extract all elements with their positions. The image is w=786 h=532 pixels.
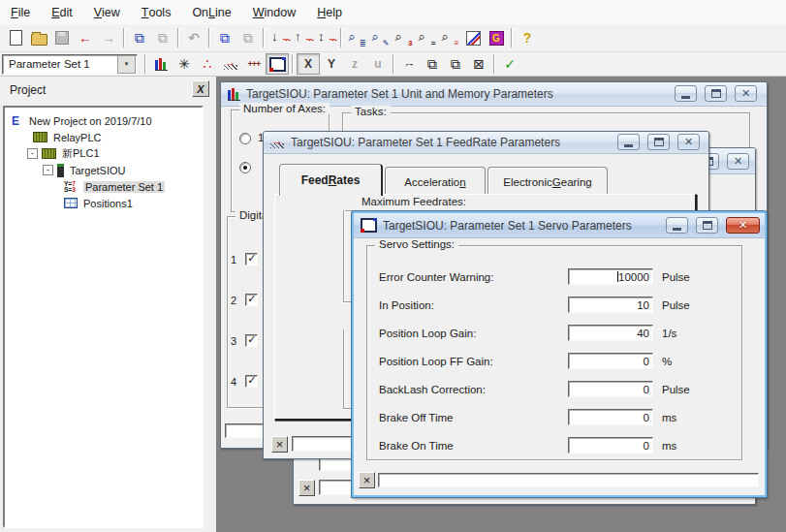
restore-button[interactable] bbox=[696, 217, 718, 234]
download-to-plc-icon[interactable]: ↓~~ bbox=[267, 27, 291, 48]
blocks-icon[interactable]: ⧉ bbox=[421, 53, 444, 75]
tree-item-relayplc[interactable]: RelayPLC bbox=[5, 129, 202, 145]
plc-icon bbox=[33, 132, 47, 142]
save-icon[interactable] bbox=[50, 27, 74, 48]
position-params-icon[interactable]: ∴ bbox=[196, 53, 219, 75]
close-button[interactable]: ✕ bbox=[726, 217, 760, 234]
param-input-brake-off-time[interactable]: 0 bbox=[568, 409, 653, 425]
menu-item-view[interactable]: View bbox=[83, 0, 131, 24]
unit-memory-params-icon[interactable] bbox=[149, 53, 173, 75]
tab-electronic-gearing[interactable]: Electronic Gearing bbox=[487, 167, 608, 196]
axis-x-button[interactable]: X bbox=[297, 53, 320, 75]
output-checkbox-4[interactable] bbox=[245, 375, 258, 388]
minimize-button[interactable] bbox=[666, 217, 688, 234]
undo-icon[interactable]: ↶ bbox=[182, 27, 205, 48]
servo-titlebar[interactable]: TargetSIOU: Parameter Set 1 Servo Parame… bbox=[354, 213, 765, 238]
servo-param-row: Brake Off Time0ms bbox=[379, 409, 741, 425]
axes-radio-selected[interactable] bbox=[239, 162, 251, 173]
tuning-params-icon[interactable]: +++ bbox=[242, 53, 266, 75]
tree-item-targetsiou[interactable]: -TargetSIOU bbox=[5, 162, 202, 178]
axis-params-icon[interactable]: ✳ bbox=[173, 53, 196, 75]
verify-with-plc-icon[interactable]: ↕~~ bbox=[314, 27, 337, 48]
servo-window-title: TargetSIOU: Parameter Set 1 Servo Parame… bbox=[383, 219, 632, 233]
axis-u-button[interactable]: u bbox=[366, 53, 390, 75]
tree-item-新plc1[interactable]: -新PLC1 bbox=[5, 145, 202, 162]
help-icon[interactable]: ? bbox=[516, 27, 539, 48]
menu-item-online[interactable]: OnLine bbox=[181, 0, 241, 24]
project-panel-close-button[interactable]: X bbox=[192, 80, 209, 97]
axis-y-button[interactable]: Y bbox=[320, 53, 343, 75]
tree-expand-toggle[interactable]: - bbox=[27, 148, 38, 159]
param-input-error-counter-warning-[interactable]: 10000 bbox=[568, 268, 653, 285]
feedrate-titlebar[interactable]: TargetSIOU: Parameter Set 1 FeedRate Par… bbox=[264, 132, 708, 154]
transfer-forward-icon[interactable]: → bbox=[97, 27, 120, 48]
close-button[interactable]: ✕ bbox=[727, 153, 749, 170]
change-value-icon[interactable]: ⌕3 bbox=[392, 27, 415, 48]
output-checkbox-3[interactable] bbox=[245, 334, 258, 347]
menu-item-file[interactable]: File bbox=[0, 0, 41, 24]
copy-icon[interactable]: ⧉ bbox=[128, 27, 151, 48]
param-input-position-loop-ff-gain-[interactable]: 0 bbox=[568, 353, 653, 369]
restore-button[interactable] bbox=[705, 85, 727, 102]
combo-dropdown-icon[interactable]: ▼ bbox=[117, 55, 136, 74]
close-button[interactable]: ✕ bbox=[677, 134, 700, 150]
servo-window[interactable]: TargetSIOU: Parameter Set 1 Servo Parame… bbox=[352, 211, 767, 497]
axes-radio-1[interactable] bbox=[239, 133, 251, 144]
menu-item-window[interactable]: Window bbox=[242, 0, 306, 24]
param-input-in-position-[interactable]: 10 bbox=[568, 297, 653, 313]
apply-icon[interactable]: ✓ bbox=[498, 53, 521, 75]
param-input-position-loop-gain-[interactable]: 40 bbox=[568, 325, 653, 341]
feedrate-params-icon[interactable] bbox=[219, 53, 242, 75]
feedrate-window-x-button[interactable] bbox=[271, 436, 288, 453]
axis-z-button[interactable]: z bbox=[343, 53, 366, 75]
paste-program-icon[interactable]: ⧉ bbox=[236, 27, 260, 48]
menu-item-edit[interactable]: Edit bbox=[41, 0, 83, 24]
tree-item-parameter-set-1[interactable]: Y=7S=3Parameter Set 1 bbox=[5, 178, 202, 195]
output-checkbox-1[interactable] bbox=[245, 253, 258, 266]
toolbar-main: ←→⧉⧉↶⧉⧉↓~~↑~~↕~~⌕≣⌕✎⌕3⌕=⌕≡G? bbox=[0, 24, 786, 52]
background-window-x-button[interactable] bbox=[299, 480, 315, 496]
close-button[interactable]: ✕ bbox=[735, 85, 757, 102]
feedrate-window-icon bbox=[270, 136, 285, 149]
tree-item-positions1[interactable]: Positions1 bbox=[5, 195, 202, 211]
copy-program-icon[interactable]: ⧉ bbox=[213, 27, 236, 48]
edit-watch-icon[interactable]: ⌕✎ bbox=[368, 27, 392, 48]
minimize-button[interactable] bbox=[675, 85, 697, 102]
output-checkbox-2[interactable] bbox=[245, 294, 258, 306]
trace-chart-icon[interactable] bbox=[461, 27, 485, 48]
tree-expand-toggle[interactable]: - bbox=[43, 165, 53, 175]
tasks-label: Tasks: bbox=[351, 106, 391, 117]
servo-window-x-button[interactable] bbox=[359, 472, 375, 488]
plc-icon bbox=[42, 148, 56, 159]
siou-icon bbox=[57, 164, 64, 177]
restore-button[interactable] bbox=[647, 134, 670, 150]
tab-feed-rates[interactable]: Feed Rates bbox=[279, 164, 383, 196]
g-reference-icon[interactable]: G bbox=[485, 27, 508, 48]
menu-item-help[interactable]: Help bbox=[306, 0, 353, 24]
parameter-set-combo-value: Parameter Set 1 bbox=[3, 58, 117, 70]
project-panel-title: Project bbox=[10, 83, 46, 97]
paste-icon[interactable]: ⧉ bbox=[151, 27, 174, 48]
tab-acceleration[interactable]: Acceleration bbox=[385, 167, 486, 196]
tree-item-new-project-on-2019/7/10[interactable]: ENew Project on 2019/7/10 bbox=[5, 112, 202, 129]
menu-item-tools[interactable]: Tools bbox=[131, 0, 182, 24]
servo-params-icon[interactable] bbox=[266, 53, 289, 75]
open-folder-icon[interactable] bbox=[27, 27, 50, 48]
blocks-copy-icon[interactable]: ⧉ bbox=[444, 53, 467, 75]
parameter-set-combo[interactable]: Parameter Set 1 ▼ bbox=[2, 54, 138, 75]
param-input-brake-on-time[interactable]: 0 bbox=[568, 437, 653, 454]
new-document-icon[interactable] bbox=[4, 27, 27, 48]
minimize-button[interactable] bbox=[617, 134, 640, 150]
transfer-back-icon[interactable]: ← bbox=[74, 27, 97, 48]
delete-table-icon[interactable]: ⊠ bbox=[467, 53, 490, 75]
number-of-axes-label: Number of Axes: bbox=[239, 103, 330, 114]
project-tree: ENew Project on 2019/7/10RelayPLC-新PLC1-… bbox=[3, 106, 204, 528]
param-input-backlash-correction-[interactable]: 0 bbox=[568, 381, 653, 397]
watch-list-icon[interactable]: ⌕≡ bbox=[438, 27, 461, 48]
toolbar-separator bbox=[263, 28, 265, 47]
upload-from-plc-icon[interactable]: ↑~~ bbox=[291, 27, 314, 48]
force-value-icon[interactable]: ⌕= bbox=[415, 27, 438, 48]
step-mode-icon[interactable]: ⌐- bbox=[397, 53, 421, 75]
monitor-window-icon[interactable]: ⌕≣ bbox=[345, 27, 368, 48]
servo-param-row: Position Loop Gain:401/s bbox=[379, 325, 741, 341]
